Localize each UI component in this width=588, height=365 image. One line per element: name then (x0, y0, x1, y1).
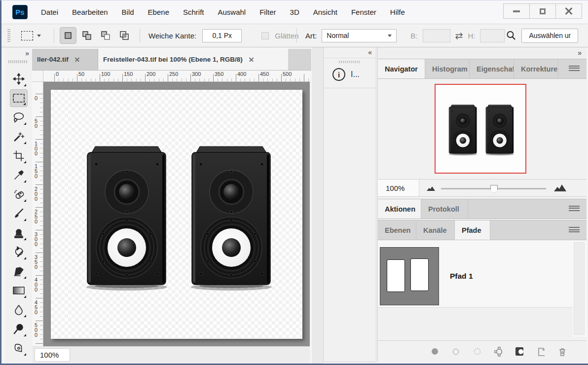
feather-input[interactable] (202, 29, 242, 42)
add-selection-button[interactable] (78, 27, 95, 44)
maximize-button[interactable] (529, 3, 556, 19)
tab-navigator[interactable]: Navigator (378, 59, 425, 78)
panel-menu-icon[interactable] (569, 206, 580, 212)
menu-ansicht[interactable]: Ansicht (306, 8, 344, 16)
chevron-down-icon (388, 35, 392, 37)
panel-splitter[interactable] (311, 47, 323, 364)
menu-fenster[interactable]: Fenster (344, 8, 383, 16)
make-path-from-selection-icon[interactable] (494, 348, 502, 356)
path-name[interactable]: Pfad 1 (450, 272, 473, 281)
menu-schrift[interactable]: Schrift (176, 8, 211, 16)
subtract-selection-button[interactable] (97, 27, 114, 44)
style-label: Art: (305, 32, 317, 40)
canvas-image[interactable] (51, 90, 302, 339)
paths-scrollbar[interactable] (574, 242, 585, 335)
path-thumbnail (380, 247, 439, 305)
magic-wand-tool[interactable] (10, 128, 28, 146)
swap-dimensions-icon[interactable]: ⇄ (455, 30, 463, 41)
menu-auswahl[interactable]: Auswahl (211, 8, 253, 16)
vertical-ruler: 0 50 100 150 200 250 300 350 400 450 500 (32, 82, 43, 346)
panel-menu-icon[interactable] (569, 66, 580, 72)
menu-hilfe[interactable]: Hilfe (383, 8, 412, 16)
tool-options-bar: Weiche Kante: Glätten Art: Normal B: ⇄ H… (1, 24, 588, 47)
canvas-pasteboard[interactable] (43, 82, 310, 346)
close-tab-icon[interactable] (74, 57, 80, 62)
rectangular-marquee-tool[interactable] (10, 89, 28, 107)
paths-footer-bar (378, 340, 587, 362)
new-selection-button[interactable] (60, 27, 76, 44)
tool-preset-picker[interactable] (21, 24, 41, 47)
document-tab-freisteller-042[interactable]: ller-042.tif (32, 49, 98, 70)
close-tab-icon[interactable] (249, 57, 254, 62)
new-path-icon[interactable] (537, 348, 545, 356)
panel-menu-icon[interactable] (569, 227, 580, 233)
toolbar-grip[interactable] (8, 60, 28, 63)
navigator-panel (378, 79, 587, 179)
options-grip[interactable] (7, 29, 10, 42)
menu-datei[interactable]: Datei (34, 8, 65, 16)
navigator-zoom-value[interactable]: 100% (378, 180, 419, 196)
collapsed-panel-dock: « i I... (323, 47, 376, 362)
tab-korrekturen[interactable]: Korrekture (514, 59, 558, 78)
brush-tool[interactable] (10, 205, 28, 222)
tab-protokoll[interactable]: Protokoll (421, 199, 468, 219)
eraser-tool[interactable] (10, 262, 28, 280)
zoom-out-icon[interactable] (427, 186, 436, 191)
healing-brush-tool[interactable] (10, 185, 28, 203)
menu-ebene[interactable]: Ebene (141, 8, 176, 16)
height-label: H: (468, 32, 475, 40)
menu-filter[interactable]: Filter (253, 8, 283, 16)
eyedropper-tool[interactable] (10, 166, 28, 184)
info-panel-button[interactable]: i I... (324, 64, 376, 88)
load-path-as-selection-icon[interactable] (473, 348, 481, 356)
minimize-button[interactable] (503, 3, 530, 19)
navigator-thumbnail (436, 85, 525, 173)
navigator-proxy-view[interactable] (435, 84, 526, 174)
expand-dock-icon[interactable]: » (578, 49, 581, 57)
collapse-dock-icon[interactable]: « (368, 48, 371, 56)
zoom-in-icon[interactable] (554, 184, 567, 192)
tab-histogramm[interactable]: Histogram (425, 59, 470, 78)
layers-tab-group: Ebenen Kanäle Pfade (378, 220, 587, 240)
menu-bearbeiten[interactable]: Bearbeiten (65, 8, 115, 16)
stroke-path-icon[interactable] (452, 348, 460, 356)
history-brush-tool[interactable] (10, 243, 28, 261)
lasso-tool[interactable] (10, 109, 28, 126)
expand-toolbar-icon[interactable]: » (25, 49, 28, 57)
delete-path-icon[interactable] (558, 348, 566, 356)
tab-ebenen[interactable]: Ebenen (378, 220, 416, 240)
zoom-slider-thumb[interactable] (490, 185, 498, 193)
pen-tool[interactable] (10, 339, 28, 357)
dodge-tool[interactable] (10, 320, 28, 338)
tab-aktionen[interactable]: Aktionen (378, 199, 421, 219)
fill-path-icon[interactable] (431, 348, 439, 356)
width-input (423, 29, 450, 42)
path-row-pfad-1[interactable]: Pfad 1 (378, 246, 573, 306)
tab-kanaele[interactable]: Kanäle (416, 220, 455, 240)
gradient-tool[interactable] (10, 282, 28, 299)
close-button[interactable] (555, 3, 582, 19)
tab-pfade[interactable]: Pfade (455, 220, 490, 240)
select-and-mask-button[interactable]: Auswählen ur (521, 29, 578, 43)
navigator-zoom-slider[interactable] (441, 188, 546, 189)
paths-panel: Pfad 1 (378, 240, 587, 337)
title-bar: Ps Datei Bearbeiten Bild Ebene Schrift A… (1, 0, 588, 24)
style-select[interactable]: Normal (322, 29, 397, 42)
move-tool[interactable] (10, 70, 28, 88)
intersect-selection-button[interactable] (116, 27, 133, 44)
add-mask-icon[interactable] (515, 348, 523, 356)
actions-tab-group: Aktionen Protokoll (378, 199, 587, 219)
menu-bild[interactable]: Bild (115, 8, 141, 16)
document-tab-freisteller-043[interactable]: Freisteller-043.tif bei 100% (Ebene 1, R… (98, 49, 288, 70)
panel-grip[interactable] (339, 61, 361, 63)
photoshop-window: Ps Datei Bearbeiten Bild Ebene Schrift A… (0, 0, 588, 365)
window-controls (504, 3, 582, 19)
search-icon[interactable] (506, 30, 516, 41)
crop-tool[interactable] (10, 147, 28, 165)
tab-eigenschaften[interactable]: Eigenschaf (470, 59, 514, 78)
clone-stamp-tool[interactable] (10, 224, 28, 242)
menu-3d[interactable]: 3D (283, 8, 306, 16)
status-zoom-field[interactable]: 100% (35, 348, 70, 362)
blur-tool[interactable] (10, 301, 28, 319)
antialias-checkbox[interactable] (261, 32, 269, 39)
